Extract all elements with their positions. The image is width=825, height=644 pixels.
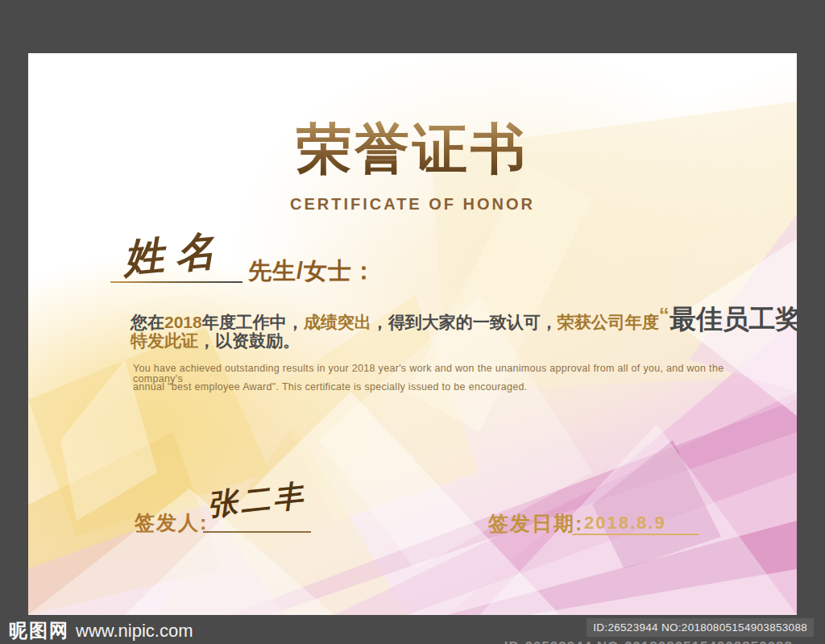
body-segment: ，得到大家的一致认可， bbox=[371, 313, 558, 331]
certificate-subtitle: CERTIFICATE OF HONOR bbox=[28, 195, 797, 214]
issue-date-value: 2018.8.9 bbox=[584, 513, 666, 534]
site-url: www.nipic.com bbox=[76, 621, 193, 642]
salutation-text: 先生/女士： bbox=[248, 256, 376, 288]
watermark-bar: 昵图网 www.nipic.com ID:26523944 NO:2018080… bbox=[0, 615, 825, 644]
recipient-name-handwritten: 姓名 bbox=[122, 230, 228, 279]
site-brand: 昵图网 www.nipic.com bbox=[9, 618, 193, 643]
nipic-logo: 昵图网 bbox=[9, 618, 69, 643]
recipient-name-underline bbox=[110, 281, 243, 283]
body-text-zh-line2: 特发此证，以资鼓励。 bbox=[131, 332, 300, 349]
body-segment-highlight: 成绩突出 bbox=[304, 313, 371, 331]
body-segment: 年度工作中， bbox=[202, 313, 304, 331]
open-quote: “ bbox=[659, 303, 670, 327]
issuer-label: 签发人: bbox=[135, 509, 208, 536]
image-id-badge: ID:26523944 NO:20180805154903853088 bbox=[587, 618, 814, 637]
award-name-text: 最佳员工奖 bbox=[670, 304, 797, 334]
body-segment: ，以资鼓励。 bbox=[198, 331, 300, 350]
body-text-zh-line1: 您在2018年度工作中，成绩突出，得到大家的一致认可，荣获公司年度“最佳员工奖”… bbox=[131, 305, 797, 332]
issue-date-underline bbox=[572, 534, 699, 535]
body-segment: 您在 bbox=[131, 313, 164, 331]
body-segment-highlight: 特发此证 bbox=[131, 331, 198, 350]
certificate-title: 荣誉证书 bbox=[28, 121, 797, 176]
body-segment-highlight: 2018 bbox=[164, 313, 202, 331]
issuer-signature-underline bbox=[203, 531, 311, 533]
body-segment-highlight: 荣获公司年度 bbox=[558, 313, 659, 331]
body-text-en-line2: annual "best employee Award". This certi… bbox=[133, 382, 729, 393]
cropped-id-text: ID:26523944 NO:20180805154903853088 bbox=[504, 639, 793, 644]
issue-date-label: 签发日期: bbox=[488, 510, 583, 537]
certificate: 荣誉证书 CERTIFICATE OF HONOR 姓名 先生/女士： 您在20… bbox=[28, 53, 797, 615]
stock-photo-preview: 荣誉证书 CERTIFICATE OF HONOR 姓名 先生/女士： 您在20… bbox=[0, 0, 825, 644]
